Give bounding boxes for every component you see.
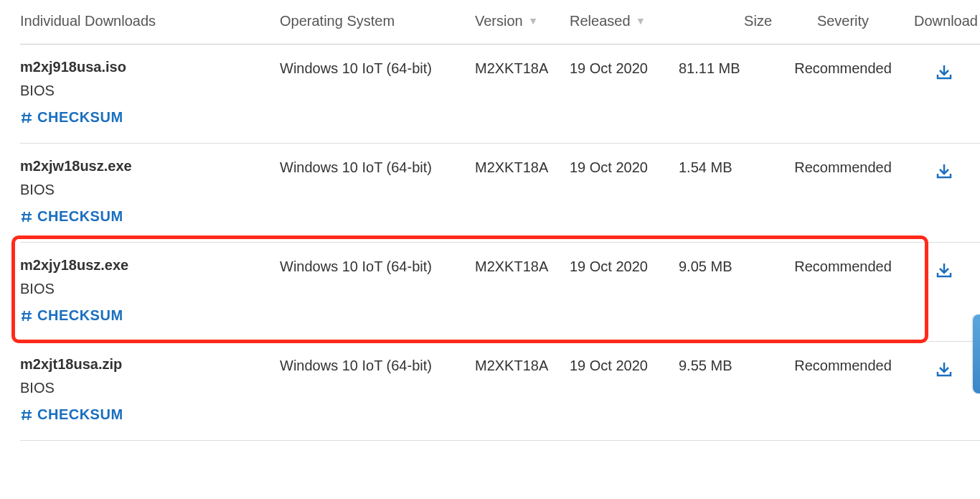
checksum-label: CHECKSUM bbox=[37, 109, 123, 126]
cell-released: 19 Oct 2020 bbox=[570, 45, 679, 144]
cell-version: M2XKT18A bbox=[475, 45, 570, 144]
table-header-row: Individual Downloads Operating System Ve… bbox=[20, 0, 980, 45]
cell-download bbox=[914, 342, 980, 441]
cell-severity: Recommended bbox=[778, 243, 914, 342]
checksum-label: CHECKSUM bbox=[37, 208, 123, 225]
sort-indicator-icon: ▼ bbox=[528, 15, 538, 27]
cell-individual-download: m2xj918usa.isoBIOSCHECKSUM bbox=[20, 45, 280, 144]
header-version[interactable]: Version ▼ bbox=[475, 0, 570, 45]
table-row: m2xjy18usz.exeBIOSCHECKSUMWindows 10 IoT… bbox=[20, 243, 980, 342]
table-row: m2xj918usa.isoBIOSCHECKSUMWindows 10 IoT… bbox=[20, 45, 980, 144]
checksum-link[interactable]: CHECKSUM bbox=[20, 208, 123, 225]
file-category: BIOS bbox=[20, 281, 274, 297]
cell-size: 1.54 MB bbox=[679, 144, 778, 243]
cell-severity: Recommended bbox=[778, 144, 914, 243]
header-download[interactable]: Download bbox=[914, 0, 980, 45]
checksum-label: CHECKSUM bbox=[37, 307, 123, 324]
checksum-icon bbox=[20, 111, 33, 124]
checksum-icon bbox=[20, 409, 33, 421]
cell-individual-download: m2xjw18usz.exeBIOSCHECKSUM bbox=[20, 144, 280, 243]
cell-version: M2XKT18A bbox=[475, 342, 570, 441]
checksum-link[interactable]: CHECKSUM bbox=[20, 307, 123, 324]
cell-severity: Recommended bbox=[778, 45, 914, 144]
cell-version: M2XKT18A bbox=[475, 243, 570, 342]
header-operating-system[interactable]: Operating System bbox=[280, 0, 475, 45]
cell-download bbox=[914, 144, 980, 243]
downloads-table: Individual Downloads Operating System Ve… bbox=[20, 0, 980, 441]
cell-individual-download: m2xjy18usz.exeBIOSCHECKSUM bbox=[20, 243, 280, 342]
cell-released: 19 Oct 2020 bbox=[570, 243, 679, 342]
header-released[interactable]: Released ▼ bbox=[570, 0, 679, 45]
cell-os: Windows 10 IoT (64-bit) bbox=[280, 243, 475, 342]
file-category: BIOS bbox=[20, 182, 274, 198]
download-button[interactable] bbox=[935, 60, 953, 82]
table-row: m2xjw18usz.exeBIOSCHECKSUMWindows 10 IoT… bbox=[20, 144, 980, 243]
cell-version: M2XKT18A bbox=[475, 144, 570, 243]
download-button[interactable] bbox=[935, 258, 953, 280]
download-button[interactable] bbox=[935, 159, 953, 181]
cell-os: Windows 10 IoT (64-bit) bbox=[280, 144, 475, 243]
cell-size: 9.05 MB bbox=[679, 243, 778, 342]
header-severity[interactable]: Severity bbox=[778, 0, 914, 45]
header-version-label: Version bbox=[475, 13, 523, 29]
cell-individual-download: m2xjt18usa.zipBIOSCHECKSUM bbox=[20, 342, 280, 441]
cell-os: Windows 10 IoT (64-bit) bbox=[280, 342, 475, 441]
header-size[interactable]: Size bbox=[679, 0, 778, 45]
checksum-icon bbox=[20, 210, 33, 223]
cell-severity: Recommended bbox=[778, 342, 914, 441]
feedback-tab[interactable] bbox=[973, 314, 980, 393]
file-category: BIOS bbox=[20, 83, 274, 99]
file-category: BIOS bbox=[20, 380, 274, 396]
filename: m2xjt18usa.zip bbox=[20, 356, 274, 373]
sort-indicator-icon: ▼ bbox=[636, 15, 646, 27]
cell-size: 81.11 MB bbox=[679, 45, 778, 144]
checksum-label: CHECKSUM bbox=[37, 406, 123, 423]
header-released-label: Released bbox=[570, 13, 631, 29]
filename: m2xjy18usz.exe bbox=[20, 257, 274, 274]
checksum-link[interactable]: CHECKSUM bbox=[20, 109, 123, 126]
cell-download bbox=[914, 243, 980, 342]
cell-released: 19 Oct 2020 bbox=[570, 144, 679, 243]
cell-download bbox=[914, 45, 980, 144]
checksum-icon bbox=[20, 309, 33, 322]
checksum-link[interactable]: CHECKSUM bbox=[20, 406, 123, 423]
filename: m2xj918usa.iso bbox=[20, 59, 274, 75]
download-button[interactable] bbox=[935, 358, 953, 379]
cell-released: 19 Oct 2020 bbox=[570, 342, 679, 441]
cell-os: Windows 10 IoT (64-bit) bbox=[280, 45, 475, 144]
cell-size: 9.55 MB bbox=[679, 342, 778, 441]
filename: m2xjw18usz.exe bbox=[20, 158, 274, 174]
table-row: m2xjt18usa.zipBIOSCHECKSUMWindows 10 IoT… bbox=[20, 342, 980, 441]
header-individual-downloads[interactable]: Individual Downloads bbox=[20, 0, 280, 45]
